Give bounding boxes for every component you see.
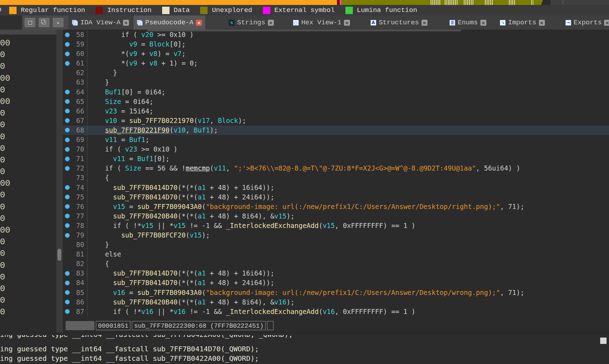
breakpoint-icon[interactable] [65,290,70,295]
address-fragment[interactable]: 00 [0,96,10,107]
tab-exports[interactable]: →Exports× [562,16,609,30]
code-text[interactable]: *(v9 + v8 + 1) = 0; [87,58,198,68]
breakpoint-gutter[interactable] [63,288,72,297]
code-text[interactable]: v11 = Buf1; [87,135,149,144]
code-text[interactable]: if ( !*v15 || *v15 != -1 && _Interlocked… [87,221,416,230]
code-line-83[interactable]: 83 sub_7FF7B0414D70(*(*(a1 + 48) + 16i64… [63,269,609,278]
breakpoint-icon[interactable] [65,156,70,161]
output-scrollbar-button[interactable] [600,338,607,344]
breakpoint-icon[interactable] [65,300,70,304]
tab-close-icon[interactable]: × [422,20,427,26]
address-fragment[interactable]: 0 [0,119,10,131]
code-text[interactable]: v11 = Buf1[0]; [87,154,170,164]
address-fragment[interactable]: 0 [0,201,10,213]
address-fragment[interactable]: 0 [0,248,10,259]
tab-pseudocode-a[interactable]: Pseudocode-A× [134,16,205,30]
code-line-70[interactable]: 70 if ( v23 >= 0x10 ) [63,144,609,154]
breakpoint-gutter[interactable] [63,164,72,173]
breakpoint-gutter[interactable] [63,183,72,192]
code-line-62[interactable]: 62 } [63,68,609,78]
code-line-82[interactable]: 82 { [63,259,609,269]
breakpoint-gutter[interactable] [63,202,72,211]
breakpoint-gutter[interactable] [63,68,72,78]
code-line-67[interactable]: 67 v10 = sub_7FF7B0221970(v17, Block); [63,116,609,125]
breakpoint-gutter[interactable] [63,249,72,259]
breakpoint-icon[interactable] [65,233,70,238]
code-line-85[interactable]: 85 v16 = sub_7FF7B09043A0("background-im… [63,288,609,297]
breakpoint-gutter[interactable] [63,97,72,106]
breakpoint-icon[interactable] [65,195,70,199]
breakpoint-icon[interactable] [65,280,70,285]
code-text[interactable]: Size = 0i64; [87,97,153,106]
address-fragment[interactable]: 0 [0,306,10,318]
address-fragment[interactable]: 0 [0,260,10,271]
code-line-66[interactable]: 66 v23 = 15i64; [63,106,609,116]
breakpoint-gutter[interactable] [63,240,72,249]
address-fragment[interactable]: 0 [0,283,10,295]
tab-imports[interactable]: ↘Imports× [497,16,548,30]
navigator-band[interactable] [0,0,609,5]
breakpoint-gutter[interactable] [63,269,72,278]
code-line-77[interactable]: 77 sub_7FF7B0420B40(*(*(a1 + 48) + 8i64)… [63,211,609,221]
address-fragment[interactable]: 0 [0,49,10,61]
address-fragment[interactable]: 00 [0,178,10,189]
code-line-58[interactable]: 58 if ( v20 >= 0x10 ) [63,30,609,39]
address-fragment[interactable]: 0 [0,143,10,154]
breakpoint-icon[interactable] [65,32,70,37]
tab-close-icon[interactable]: × [604,20,609,26]
pseudocode-editor[interactable]: 58 if ( v20 >= 0x10 )59 v9 = Block[0];60… [63,30,609,333]
horizontal-scrollbar-thumb[interactable] [66,321,94,330]
output-window[interactable]: ing guessed type __int64 __fastcall sub_… [0,333,609,364]
breakpoint-gutter[interactable] [63,87,72,97]
address-fragment[interactable]: 0 [0,189,10,201]
code-line-69[interactable]: 69 v11 = Buf1; [63,135,609,144]
code-text[interactable]: sub_7FF7B08FCF20(v15); [87,230,210,240]
code-line-86[interactable]: 86 sub_7FF7B0420B40(*(*(a1 + 48) + 8i64)… [63,297,609,307]
left-disassembly-pane[interactable]: 00000000000000000000000000000 [0,30,56,333]
breakpoint-icon[interactable] [65,61,70,66]
code-line-73[interactable]: 73 { [63,173,609,183]
code-line-68[interactable]: 68 sub_7FF7B0221F90(v10, Buf1); [63,125,609,135]
code-text[interactable]: v9 = Block[0]; [87,39,186,49]
breakpoint-gutter[interactable] [63,30,72,39]
tab-close-icon[interactable]: × [539,20,545,26]
code-line-84[interactable]: 84 sub_7FF7B0414D70(*(*(a1 + 48) + 24i64… [63,278,609,288]
vertical-scrollbar-thumb[interactable] [57,249,61,261]
address-fragment[interactable]: 0 [0,166,10,178]
code-text[interactable]: v23 = 15i64; [87,106,153,116]
code-text[interactable]: else [87,249,121,259]
code-text[interactable]: if ( !*v16 || *v16 != -1 && _Interlocked… [87,307,416,316]
tab-close-icon[interactable]: × [344,20,350,26]
code-text[interactable]: sub_7FF7B0414D70(*(*(a1 + 48) + 16i64)); [87,269,274,278]
address-fragment[interactable]: 0 [0,154,10,166]
tab-close-icon[interactable]: × [268,20,274,26]
breakpoint-icon[interactable] [65,99,70,104]
tab-strings[interactable]: sStrings× [226,16,277,30]
code-text[interactable]: v10 = sub_7FF7B0221970(v17, Block); [87,116,246,125]
breakpoint-gutter[interactable] [63,106,72,116]
tab-close-icon[interactable]: × [196,20,202,26]
breakpoint-icon[interactable] [65,214,70,218]
code-text[interactable]: sub_7FF7B0420B40(*(*(a1 + 48) + 8i64), &… [87,297,295,307]
breakpoint-icon[interactable] [65,271,70,276]
address-fragment[interactable]: 0 [0,271,10,283]
breakpoint-gutter[interactable] [63,211,72,221]
tab-close-icon[interactable]: × [480,20,486,26]
float-pane-button[interactable] [39,18,49,27]
breakpoint-icon[interactable] [65,185,70,190]
code-line-65[interactable]: 65 Size = 0i64; [63,97,609,106]
code-line-59[interactable]: 59 v9 = Block[0]; [63,39,609,49]
address-fragment[interactable]: 0 [0,236,10,248]
code-text[interactable]: sub_7FF7B0414D70(*(*(a1 + 48) + 24i64)); [87,278,274,288]
code-line-72[interactable]: 72 if ( Size == 56 && !memcmp(v11, ";'>B… [63,164,609,173]
code-line-87[interactable]: 87 if ( !*v16 || *v16 != -1 && _Interloc… [63,307,609,316]
address-fragment[interactable]: 0 [0,84,10,96]
code-line-71[interactable]: 71 v11 = Buf1[0]; [63,154,609,164]
breakpoint-icon[interactable] [65,109,70,113]
tab-enums[interactable]: ≣Enums× [446,16,490,30]
breakpoint-gutter[interactable] [63,230,72,240]
breakpoint-icon[interactable] [65,128,70,132]
code-text[interactable]: if ( Size == 56 && !memcmp(v11, ";'>B<76… [87,164,520,173]
breakpoint-icon[interactable] [65,309,70,314]
code-text[interactable]: { [87,259,109,269]
